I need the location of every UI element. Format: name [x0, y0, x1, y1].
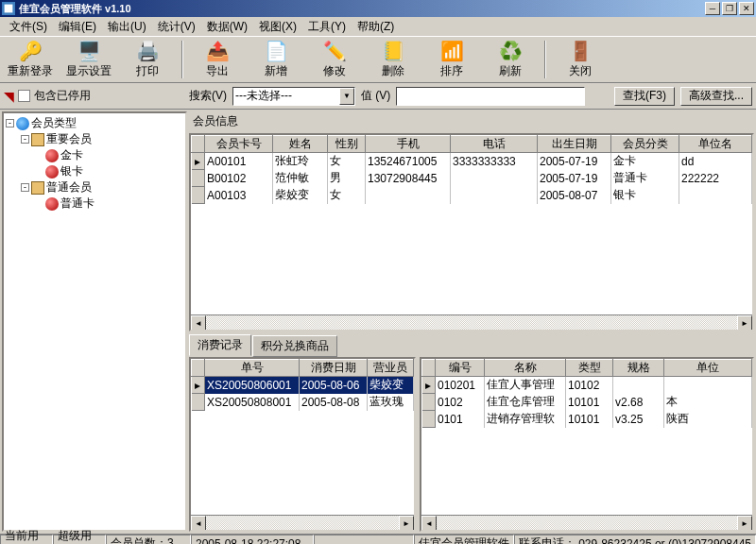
menu-edit[interactable]: 编辑(E) — [53, 17, 102, 37]
value-label: 值 (V) — [361, 88, 390, 104]
status-count: 会员总数：3 — [106, 535, 191, 544]
menu-stats[interactable]: 统计(V) — [152, 17, 201, 37]
tree-node[interactable]: -重要会员 — [6, 131, 183, 147]
consume-grid[interactable]: 单号消费日期营业员 ▸XS200508060012005-08-06柴姣变 XS… — [189, 357, 416, 532]
status-datetime: 2005-08-18 22:27:08 — [191, 535, 314, 544]
horizontal-scrollbar[interactable]: ◄► — [191, 515, 414, 530]
red-dot-icon — [45, 149, 59, 162]
find-button[interactable]: 查找(F3) — [614, 87, 675, 106]
separator — [181, 41, 183, 78]
exit-icon: 🚪 — [569, 40, 592, 62]
menu-file[interactable]: 文件(S) — [4, 17, 53, 37]
table-row[interactable]: ▸010201佳宜人事管理10102 — [422, 377, 752, 394]
horizontal-scrollbar[interactable]: ◄► — [191, 314, 752, 330]
detail-tabs: 消费记录 积分兑换商品 — [189, 333, 754, 355]
sort-button[interactable]: 📶排序 — [425, 39, 478, 80]
relogin-button[interactable]: 🔑重新登录 — [4, 39, 57, 80]
horizontal-scrollbar[interactable]: ◄► — [421, 515, 752, 530]
status-contact: 联系电话： 029-86232425 or (0)13072908445 — [514, 535, 756, 544]
status-user: 超级用户 — [53, 535, 106, 544]
menubar: 文件(S) 编辑(E) 输出(U) 统计(V) 数据(W) 视图(X) 工具(Y… — [0, 17, 756, 36]
display-button[interactable]: 🖥️显示设置 — [62, 39, 115, 80]
svg-rect-1 — [5, 5, 13, 13]
collapse-icon[interactable]: - — [21, 135, 29, 144]
refresh-icon: ♻️ — [499, 40, 522, 62]
red-dot-icon — [45, 165, 59, 178]
grid-header: 编号名称类型规格单位 — [422, 360, 752, 377]
export-icon: 📤 — [206, 40, 229, 62]
flag-icon: ◥ — [4, 89, 14, 104]
grid-title: 会员信息 — [189, 111, 754, 131]
chevron-down-icon: ▼ — [339, 88, 354, 105]
searchbar: ◥ 包含已停用 搜索(V) ---未选择--- ▼ 值 (V) 查找(F3) 高… — [0, 83, 756, 110]
status-label: 当前用户 — [0, 535, 53, 544]
table-row[interactable]: 0101进销存管理软10101v3.25陕西 — [422, 411, 752, 428]
search-value-input[interactable] — [396, 87, 585, 106]
category-tree[interactable]: -会员类型 -重要会员 金卡 银卡 -普通会员 普通卡 — [2, 111, 187, 532]
search-label: 搜索(V) — [189, 88, 227, 104]
book-icon — [31, 181, 44, 195]
maximize-button[interactable]: ❐ — [722, 2, 737, 15]
table-row[interactable]: XS200508080012005-08-08蓝玫瑰 — [192, 394, 414, 411]
edit-button[interactable]: ✏️修改 — [308, 39, 361, 80]
toolbar: 🔑重新登录 🖥️显示设置 🖨️打印 📤导出 📄新增 ✏️修改 📒删除 📶排序 ♻… — [0, 36, 756, 83]
tree-root[interactable]: -会员类型 — [6, 115, 183, 131]
globe-icon — [16, 117, 29, 130]
edit-icon: ✏️ — [323, 40, 346, 62]
members-grid[interactable]: 会员卡号姓名性别手机电话出生日期会员分类单位名 ▸A00101张虹玲女13524… — [189, 133, 754, 332]
tree-leaf[interactable]: 普通卡 — [6, 196, 183, 212]
menu-data[interactable]: 数据(W) — [201, 17, 253, 37]
items-grid[interactable]: 编号名称类型规格单位 ▸010201佳宜人事管理10102 0102佳宜仓库管理… — [420, 357, 754, 532]
separator — [544, 41, 546, 78]
collapse-icon[interactable]: - — [21, 183, 29, 192]
table-row[interactable]: 0102佳宜仓库管理10101v2.68本 — [422, 394, 752, 411]
red-dot-icon — [45, 197, 59, 211]
titlebar: 佳宜会员管理软件 v1.10 ─ ❐ ✕ — [0, 0, 756, 17]
tree-leaf[interactable]: 银卡 — [6, 163, 183, 179]
table-row[interactable]: ▸XS200508060012005-08-06柴姣变 — [192, 377, 414, 394]
menu-output[interactable]: 输出(U) — [102, 17, 152, 37]
stopped-checkbox[interactable] — [18, 90, 30, 102]
monitor-icon: 🖥️ — [77, 40, 100, 62]
minimize-button[interactable]: ─ — [705, 2, 720, 15]
printer-icon: 🖨️ — [136, 40, 159, 62]
tab-consume[interactable]: 消费记录 — [189, 334, 251, 356]
grid-header: 会员卡号姓名性别手机电话出生日期会员分类单位名 — [192, 136, 752, 153]
tab-points[interactable]: 积分兑换商品 — [252, 335, 337, 357]
menu-view[interactable]: 视图(X) — [253, 17, 302, 37]
close-button[interactable]: ✕ — [739, 2, 754, 15]
key-icon: 🔑 — [19, 40, 42, 62]
new-button[interactable]: 📄新增 — [249, 39, 302, 80]
menu-tools[interactable]: 工具(Y) — [302, 17, 352, 37]
refresh-button[interactable]: ♻️刷新 — [484, 39, 537, 80]
book-icon — [31, 133, 44, 146]
advanced-find-button[interactable]: 高级查找... — [680, 87, 752, 106]
new-icon: 📄 — [265, 40, 287, 62]
tree-leaf[interactable]: 金卡 — [6, 147, 183, 163]
tree-node[interactable]: -普通会员 — [6, 179, 183, 196]
collapse-icon[interactable]: - — [6, 119, 14, 128]
export-button[interactable]: 📤导出 — [191, 39, 244, 80]
window-title: 佳宜会员管理软件 v1.10 — [19, 2, 703, 16]
menu-help[interactable]: 帮助(Z) — [352, 17, 400, 37]
delete-button[interactable]: 📒删除 — [367, 39, 420, 80]
table-row[interactable]: A00103柴姣变女2005-08-07银卡 — [192, 187, 752, 204]
delete-icon: 📒 — [382, 40, 404, 62]
sort-icon: 📶 — [440, 40, 463, 62]
grid-header: 单号消费日期营业员 — [192, 360, 414, 377]
search-field-combo[interactable]: ---未选择--- ▼ — [232, 87, 355, 106]
stopped-label: 包含已停用 — [34, 88, 91, 104]
status-app: 佳宜会员管理软件 — [414, 535, 514, 544]
statusbar: 当前用户 超级用户 会员总数：3 2005-08-18 22:27:08 佳宜会… — [0, 534, 756, 544]
print-button[interactable]: 🖨️打印 — [121, 39, 174, 80]
table-row[interactable]: ▸A00101张虹玲女1352467100533333333332005-07-… — [192, 153, 752, 170]
table-row[interactable]: B00102范仲敏男130729084452005-07-19普通卡222222 — [192, 170, 752, 187]
app-icon — [2, 2, 15, 15]
close-app-button[interactable]: 🚪关闭 — [554, 39, 607, 80]
